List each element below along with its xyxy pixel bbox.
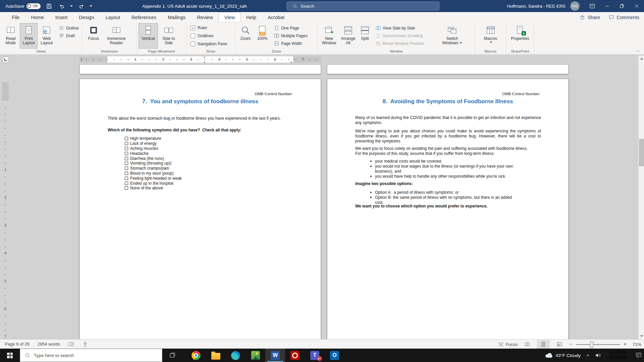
new-window-button[interactable]: New Window	[319, 23, 339, 49]
zoom-button[interactable]: Zoom	[237, 23, 254, 49]
focus-button[interactable]: Focus	[84, 23, 103, 49]
task-view-button[interactable]	[162, 349, 182, 362]
document-canvas[interactable]: OMB Control Number: 7. You and symptoms …	[0, 63, 644, 339]
multiple-pages-button[interactable]: Multiple Pages	[273, 32, 309, 40]
outline-button[interactable]: Outline	[58, 24, 80, 32]
customize-quick-access-icon[interactable]	[90, 5, 92, 8]
scroll-down-button[interactable]	[639, 334, 644, 339]
switch-windows-button[interactable]: Switch Windows	[440, 23, 464, 49]
close-button[interactable]	[629, 0, 644, 12]
zoom-percentage[interactable]: 71%	[630, 342, 641, 347]
word-app-button[interactable]	[265, 349, 285, 362]
vertical-button[interactable]: Vertical	[139, 23, 158, 49]
proofing-errors-button[interactable]	[68, 341, 74, 347]
tab-file[interactable]: File	[6, 12, 25, 22]
weather-widget[interactable]: 43°F Cloudy	[545, 352, 581, 358]
action-center-button[interactable]	[635, 352, 642, 359]
clock[interactable]: 6:09 PM 1/19/2023	[606, 350, 630, 360]
zoom-slider[interactable]	[576, 340, 620, 349]
autosave-control[interactable]: AutoSave Off	[5, 3, 41, 9]
zoom-out-button[interactable]: −	[569, 341, 572, 347]
acrobat-app-button[interactable]	[285, 349, 305, 362]
tab-review[interactable]: Review	[191, 12, 219, 22]
macros-button[interactable]: Macros	[480, 23, 501, 49]
print-layout-button[interactable]: Print Layout	[20, 23, 38, 49]
photos-app-button[interactable]	[246, 349, 265, 362]
read-mode-view-button[interactable]	[521, 340, 534, 349]
document-title[interactable]: Appendix 1. US Adult acute survey_1_18_2…	[134, 0, 255, 12]
avatar[interactable]: HS	[570, 1, 580, 11]
horizontal-ruler[interactable]: 1 1 2 3 4 5 6 7 ▾ ▴ ▴	[79, 56, 321, 63]
zoom-slider-thumb[interactable]	[590, 342, 593, 348]
tab-layout[interactable]: Layout	[100, 12, 126, 22]
autosave-toggle[interactable]: Off	[26, 3, 41, 9]
zoom-slider-notch	[598, 343, 598, 346]
arrange-all-button[interactable]: Arrange All	[339, 23, 358, 49]
previous-page-bottom[interactable]	[79, 64, 321, 74]
start-button[interactable]	[0, 349, 20, 362]
minimize-button[interactable]	[600, 0, 614, 12]
chrome-app-button[interactable]	[186, 349, 206, 362]
draft-button[interactable]: Draft	[58, 32, 80, 40]
zoom-in-button[interactable]: +	[624, 341, 627, 347]
checkbox-glyph	[125, 147, 128, 150]
accessibility-checker-button[interactable]	[82, 341, 88, 347]
redo-button[interactable]	[77, 2, 86, 10]
page-width-button[interactable]: Page Width	[273, 40, 309, 47]
tab-insert[interactable]: Insert	[50, 12, 73, 22]
web-layout-view-button[interactable]	[553, 340, 566, 349]
hidden-icons-button[interactable]	[586, 353, 590, 358]
print-layout-view-button[interactable]	[537, 340, 550, 349]
focus-mode-button[interactable]: Focus	[498, 342, 518, 347]
tab-design[interactable]: Design	[73, 12, 100, 22]
navigation-pane-checkbox[interactable]: Navigation Pane	[191, 40, 233, 48]
web-layout-button[interactable]: Web Layout	[38, 23, 56, 49]
one-page-button[interactable]: One Page	[273, 24, 309, 32]
taskbar-search-box[interactable]: Type here to search	[20, 349, 162, 362]
checklist-item: High temperature	[125, 136, 182, 141]
previous-page-bottom[interactable]	[327, 64, 569, 74]
teams-app-button[interactable]: 9+	[305, 349, 325, 362]
tab-help[interactable]: Help	[240, 12, 262, 22]
outlook-app-button[interactable]	[325, 349, 344, 362]
side-to-side-button[interactable]: Side to Side	[158, 23, 179, 49]
document-page-9[interactable]: OMB Control Number: 7. You and symptoms …	[79, 79, 321, 339]
zoom-100-button[interactable]: 100 100%	[254, 23, 271, 49]
ribbon-display-options-button[interactable]	[585, 0, 600, 12]
document-page-10[interactable]: OMB Control Number: 8. Avoiding the Symp…	[327, 79, 569, 339]
save-button[interactable]	[45, 2, 53, 10]
gridlines-checkbox[interactable]: Gridlines	[191, 32, 233, 40]
weather-text: 43°F Cloudy	[556, 353, 581, 358]
comments-button[interactable]: Comments	[609, 15, 639, 20]
word-count[interactable]: 2854 words	[38, 342, 60, 347]
scrollbar-thumb[interactable]	[639, 139, 644, 166]
undo-button[interactable]	[57, 2, 66, 10]
tab-home[interactable]: Home	[25, 12, 50, 22]
tab-references[interactable]: References	[126, 12, 162, 22]
tab-view[interactable]: View	[219, 12, 240, 22]
tab-acrobat[interactable]: Acrobat	[262, 12, 290, 22]
first-line-indent-marker[interactable]: ▾	[204, 56, 205, 59]
immersive-reader-button[interactable]: Immersive Reader	[103, 23, 129, 49]
page-indicator[interactable]: Page 9 of 26	[5, 342, 30, 347]
undo-dropdown-icon[interactable]	[70, 5, 73, 8]
scroll-up-button[interactable]	[639, 56, 644, 61]
vertical-scrollbar[interactable]	[638, 56, 644, 339]
properties-button[interactable]: S Properties	[509, 23, 531, 49]
view-side-by-side-button[interactable]: View Side by Side	[374, 24, 440, 32]
read-mode-button[interactable]: Read Mode	[2, 23, 20, 49]
split-button[interactable]: Split	[358, 23, 372, 49]
volume-button[interactable]	[595, 352, 601, 358]
tab-mailings[interactable]: Mailings	[162, 12, 191, 22]
group-label-immersive: Immersive	[82, 49, 137, 55]
file-explorer-app-button[interactable]	[206, 349, 226, 362]
ruler-checkbox[interactable]: Ruler	[191, 24, 233, 32]
edge-app-button[interactable]	[226, 349, 246, 362]
restore-button[interactable]	[614, 0, 629, 12]
collapse-ribbon-button[interactable]	[636, 49, 640, 53]
teams-notification-badge: 9+	[317, 356, 322, 361]
share-button[interactable]: Share	[580, 15, 600, 20]
tab-stop-selector[interactable]	[3, 57, 9, 63]
search-box[interactable]: Search	[287, 2, 439, 10]
user-name[interactable]: Hoffmann, Sandra - REE-ERS	[507, 4, 566, 9]
